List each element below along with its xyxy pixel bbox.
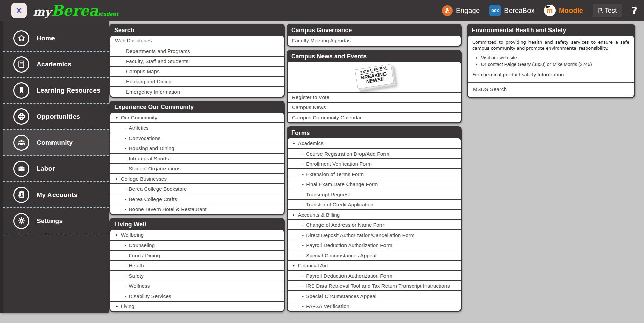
child-marker: - [125, 156, 126, 161]
close-icon: ✕ [16, 6, 23, 15]
sidebar-item-settings[interactable]: Settings [3, 208, 109, 234]
breaking-news-image: EXTRA! EXTRA!BREAKING NEWS!! [355, 64, 394, 89]
bullet-text: Or contact Paige Geary (3350) or Mike Mo… [481, 62, 592, 67]
row-label: Campus Community Calendar [292, 115, 362, 120]
msds-search-link[interactable]: MSDS Search [472, 86, 629, 93]
row-label: Extension of Terms Form [306, 171, 364, 177]
globe-icon [13, 108, 29, 125]
panel-row[interactable]: -Extension of Terms Form [288, 168, 461, 179]
panel-row[interactable]: -FAFSA Verification [288, 301, 461, 311]
panel-row[interactable]: -Direct Deposit Authorization/Cancellati… [288, 229, 461, 240]
panel-row[interactable]: -Payroll Deduction Authorization Form [288, 240, 461, 250]
panel-row[interactable]: Campus News [288, 102, 461, 112]
panel-row[interactable]: -Final Exam Date Change Form [288, 179, 461, 189]
panel-row[interactable]: -Payroll Deduction Authorization Form [288, 270, 461, 280]
panel-row[interactable]: -Transcript Request [288, 189, 461, 199]
panel-row[interactable]: ▸College Businesses [110, 173, 284, 183]
row-label: FAFSA Verification [306, 303, 349, 309]
panel-row[interactable]: -Disability Services [110, 291, 284, 301]
panel-row[interactable]: -Safety [110, 270, 284, 281]
top-header: ✕ my Berea student Ɛ Engage box BereaBox… [0, 0, 644, 21]
people-icon [13, 135, 29, 151]
sidebar-item-opportunities[interactable]: Opportunities [3, 104, 109, 130]
info-bullet-list: Visit our web siteOr contact Paige Geary… [481, 55, 629, 67]
close-button[interactable]: ✕ [11, 3, 27, 18]
panel-title: Forms [288, 127, 461, 138]
sidebar-item-label: Labor [37, 165, 55, 173]
panel-row[interactable]: ▸Accounts & Billing [288, 209, 461, 219]
sidebar-item-community[interactable]: Community [3, 130, 109, 156]
web-site-link[interactable]: web site [499, 55, 517, 60]
parent-marker-icon: ▸ [116, 304, 118, 308]
row-label: Web Directories [115, 38, 152, 43]
book-icon [13, 56, 29, 73]
panel-row[interactable]: -Berea College Crafts [110, 194, 284, 204]
sidebar-item-home[interactable]: Home [3, 25, 109, 52]
row-label: Change of Address or Name Form [306, 222, 385, 228]
row-label: Accounts & Billing [298, 212, 340, 218]
panel-row[interactable]: -Student Organizations [110, 163, 284, 173]
panel-row[interactable]: -Special Circumstances Appeal [288, 250, 461, 260]
row-label: Emergency Information [126, 89, 180, 95]
panel-row[interactable]: Emergency Information [110, 86, 284, 97]
moodle-link[interactable]: m Moodle [544, 5, 583, 16]
info-body: Committed to providing health and safety… [468, 36, 634, 97]
panel-row[interactable]: -Food / Dining [110, 250, 284, 260]
panel-row[interactable]: -Wellness [110, 281, 284, 291]
panel-row[interactable]: -IRS Data Retrieval Tool and Tax Return … [288, 280, 461, 290]
sidebar-nav: HomeAcademicsLearning ResourcesOpportuni… [0, 21, 109, 313]
row-label: Special Circumstances Appeal [306, 293, 376, 299]
panel-row[interactable]: -Housing and Dining [110, 143, 284, 153]
sidebar-item-academics[interactable]: Academics [3, 52, 109, 78]
parent-marker-icon: ▸ [116, 177, 118, 181]
panel-row[interactable]: Housing and Dining [110, 76, 284, 86]
panel-row[interactable]: ▸Wellbeing [110, 230, 284, 240]
panel-row[interactable]: -Change of Address or Name Form [288, 219, 461, 229]
bereabox-link[interactable]: box BereaBox [489, 5, 534, 16]
child-marker: - [302, 161, 304, 167]
panel-row[interactable]: -Berea College Bookstore [110, 183, 284, 194]
panel-row[interactable]: Campus Community Calendar [288, 112, 461, 122]
panel-row[interactable]: ▸Living [110, 301, 284, 311]
panel-row[interactable]: ▸Academics [288, 138, 461, 148]
row-label: Counseling [129, 242, 155, 248]
panel-row[interactable]: Departments and Programs [110, 46, 284, 56]
panel-row[interactable]: ▸Our Community [110, 113, 284, 123]
help-icon[interactable]: ? [631, 5, 637, 16]
panel-row[interactable]: -Enrollment Verification Form [288, 158, 461, 168]
sidebar-item-label: Opportunities [37, 113, 80, 120]
panel-row[interactable]: -Special Circumstances Appeal [288, 290, 461, 301]
info-bullet-item: Visit our web site [481, 55, 629, 60]
user-button[interactable]: P. Test [593, 4, 622, 17]
row-label: Register to Vote [292, 94, 329, 100]
panel-row[interactable]: -Boone Tavern Hotel & Restaurant [110, 204, 284, 214]
sidebar-item-my-accounts[interactable]: My Accounts [3, 182, 109, 208]
engage-link[interactable]: Ɛ Engage [442, 5, 480, 16]
panel-row[interactable]: -Health [110, 260, 284, 270]
sidebar-item-label: Learning Resources [37, 87, 100, 94]
panel-body: Web DirectoriesDepartments and ProgramsF… [110, 36, 284, 97]
row-label: Disability Services [129, 293, 171, 299]
row-label: IRS Data Retrieval Tool and Tax Return T… [306, 283, 450, 289]
panel-row[interactable]: -Course Registration Drop/Add Form [288, 148, 461, 158]
row-label: Convocations [129, 135, 160, 141]
row-label: Health [129, 263, 144, 268]
panel-row[interactable]: -Athletics [110, 122, 284, 133]
panel-row[interactable]: Web Directories [110, 36, 284, 46]
row-label: Departments and Programs [126, 48, 190, 54]
panel-row[interactable]: -Transfer of Credit Application [288, 199, 461, 209]
panel-row[interactable]: Faculty Meeting Agendas [288, 36, 461, 46]
sidebar-item-learning-resources[interactable]: Learning Resources [3, 78, 109, 104]
sidebar-item-labor[interactable]: Labor [3, 156, 109, 182]
panel-row[interactable]: ▸Financial Aid [288, 260, 461, 270]
panel-row[interactable]: -Convocations [110, 133, 284, 143]
info-paragraph: Committed to providing health and safety… [472, 39, 629, 52]
row-label: Academics [298, 140, 324, 146]
panel-row[interactable]: -Counseling [110, 240, 284, 250]
panel-row[interactable]: Faculty, Staff and Students [110, 56, 284, 66]
panel-row[interactable]: Campus Maps [110, 66, 284, 76]
panel-row[interactable]: -Intramural Sports [110, 153, 284, 163]
sidebar-item-label: My Accounts [37, 191, 78, 199]
panel-row[interactable]: Register to Vote [288, 92, 461, 102]
row-label: Financial Aid [298, 263, 328, 268]
